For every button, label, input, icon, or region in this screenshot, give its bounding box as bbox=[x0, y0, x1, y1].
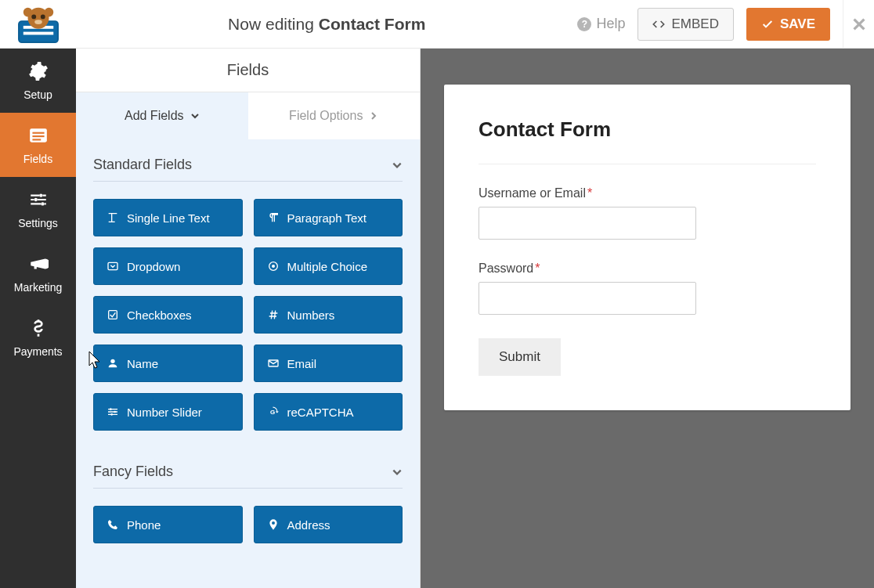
sidebar-label: Setup bbox=[23, 88, 52, 101]
chevron-right-icon bbox=[369, 111, 378, 121]
panel-title: Fields bbox=[76, 49, 420, 92]
field-paragraph-text[interactable]: Paragraph Text bbox=[254, 199, 403, 236]
field-label: Name bbox=[127, 357, 158, 370]
sidebar-label: Marketing bbox=[14, 281, 62, 294]
field-name[interactable]: Name bbox=[93, 345, 243, 382]
submit-button[interactable]: Submit bbox=[479, 338, 561, 376]
recaptcha-icon: G bbox=[267, 406, 280, 418]
field-multiple-choice[interactable]: Multiple Choice bbox=[254, 247, 403, 285]
save-button[interactable]: SAVE bbox=[746, 8, 830, 41]
section-standard-fields[interactable]: Standard Fields bbox=[93, 139, 403, 182]
sidebar-item-payments[interactable]: Payments bbox=[0, 305, 76, 370]
main-sidebar: Setup Fields Settings Marketing bbox=[0, 49, 76, 588]
list-icon bbox=[28, 125, 49, 148]
user-icon bbox=[107, 357, 119, 370]
svg-point-8 bbox=[23, 7, 32, 16]
svg-text:G: G bbox=[270, 409, 275, 416]
field-email[interactable]: Email bbox=[254, 345, 403, 382]
username-input[interactable] bbox=[479, 207, 696, 240]
svg-point-17 bbox=[34, 197, 37, 200]
phone-icon bbox=[107, 518, 119, 531]
sidebar-item-fields[interactable]: Fields bbox=[0, 113, 76, 177]
required-asterisk: * bbox=[587, 186, 592, 200]
svg-point-7 bbox=[34, 20, 42, 24]
field-recaptcha[interactable]: G reCAPTCHA bbox=[254, 393, 403, 431]
gear-icon bbox=[28, 61, 49, 84]
envelope-icon bbox=[267, 357, 280, 370]
help-link[interactable]: ? Help bbox=[577, 16, 625, 32]
embed-label: EMBED bbox=[671, 16, 718, 32]
svg-rect-14 bbox=[32, 135, 44, 137]
field-label: Paragraph Text bbox=[287, 211, 367, 225]
dollar-icon bbox=[28, 318, 49, 341]
svg-point-6 bbox=[40, 14, 45, 19]
field-label: Checkboxes bbox=[127, 308, 192, 322]
chevron-down-icon bbox=[392, 160, 403, 171]
sidebar-label: Payments bbox=[13, 345, 62, 358]
field-label-text: Password bbox=[479, 262, 533, 276]
check-icon bbox=[761, 18, 774, 31]
field-label: Numbers bbox=[287, 308, 335, 322]
map-pin-icon bbox=[267, 518, 280, 531]
svg-rect-3 bbox=[23, 31, 52, 34]
svg-rect-22 bbox=[109, 311, 117, 319]
sidebar-item-marketing[interactable]: Marketing bbox=[0, 241, 76, 305]
close-icon bbox=[851, 16, 868, 33]
chevron-down-icon bbox=[190, 111, 200, 121]
field-label: Address bbox=[287, 518, 330, 532]
field-label-row: Password * bbox=[479, 262, 816, 276]
field-label: Multiple Choice bbox=[287, 260, 368, 273]
form-field-username[interactable]: Username or Email * bbox=[479, 186, 816, 240]
field-label: reCAPTCHA bbox=[287, 406, 354, 419]
field-dropdown[interactable]: Dropdown bbox=[93, 247, 243, 285]
password-input[interactable] bbox=[479, 282, 696, 315]
sidebar-item-setup[interactable]: Setup bbox=[0, 49, 76, 113]
field-label-text: Username or Email bbox=[479, 186, 586, 200]
editing-title: Now editing Contact Form bbox=[76, 15, 577, 34]
field-numbers[interactable]: Numbers bbox=[254, 296, 403, 334]
svg-point-26 bbox=[114, 411, 116, 413]
field-address[interactable]: Address bbox=[254, 506, 403, 543]
form-field-password[interactable]: Password * bbox=[479, 262, 816, 315]
tab-label: Add Fields bbox=[125, 109, 184, 123]
svg-point-27 bbox=[110, 413, 113, 416]
tab-add-fields[interactable]: Add Fields bbox=[76, 92, 248, 139]
editing-formname: Contact Form bbox=[319, 15, 426, 34]
sliders-h-icon bbox=[107, 406, 119, 418]
help-label: Help bbox=[596, 16, 625, 32]
required-asterisk: * bbox=[535, 262, 540, 276]
field-number-slider[interactable]: Number Slider bbox=[93, 393, 243, 431]
field-single-line-text[interactable]: Single Line Text bbox=[93, 199, 243, 236]
section-label: Fancy Fields bbox=[93, 464, 173, 480]
field-label: Phone bbox=[127, 518, 161, 532]
paragraph-icon bbox=[267, 211, 280, 224]
svg-point-16 bbox=[39, 193, 42, 197]
close-button[interactable] bbox=[843, 0, 874, 49]
form-title: Contact Form bbox=[479, 117, 816, 142]
field-phone[interactable]: Phone bbox=[93, 506, 243, 543]
sidebar-label: Settings bbox=[18, 217, 58, 229]
checkbox-icon bbox=[107, 308, 119, 321]
form-card[interactable]: Contact Form Username or Email * Passwor… bbox=[444, 85, 851, 410]
section-fancy-fields[interactable]: Fancy Fields bbox=[93, 446, 403, 489]
form-preview-area: Contact Form Username or Email * Passwor… bbox=[421, 49, 874, 588]
svg-point-23 bbox=[110, 359, 114, 363]
svg-point-5 bbox=[31, 14, 36, 19]
svg-rect-13 bbox=[32, 132, 44, 133]
embed-button[interactable]: EMBED bbox=[637, 8, 733, 41]
field-checkboxes[interactable]: Checkboxes bbox=[93, 296, 243, 334]
svg-point-25 bbox=[110, 408, 112, 410]
sidebar-item-settings[interactable]: Settings bbox=[0, 177, 76, 241]
code-icon bbox=[652, 18, 665, 31]
text-cursor-icon bbox=[107, 211, 119, 224]
builder-panel: Fields Add Fields Field Options Standard… bbox=[76, 49, 421, 588]
field-label: Dropdown bbox=[127, 260, 180, 273]
fields-scroll-area[interactable]: Standard Fields Single Line Text Paragra… bbox=[76, 139, 420, 588]
field-label: Number Slider bbox=[127, 406, 202, 419]
tab-field-options[interactable]: Field Options bbox=[248, 92, 421, 139]
save-label: SAVE bbox=[780, 16, 815, 32]
editing-prefix: Now editing bbox=[228, 15, 314, 34]
field-label-row: Username or Email * bbox=[479, 186, 816, 200]
field-label: Single Line Text bbox=[127, 211, 210, 225]
caret-down-icon bbox=[107, 260, 119, 272]
